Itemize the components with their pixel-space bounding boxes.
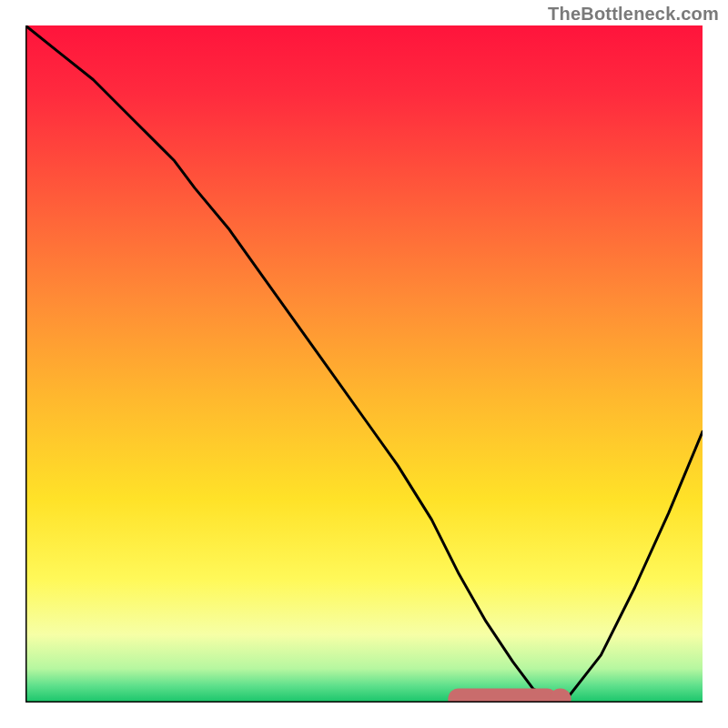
bottleneck-chart xyxy=(25,25,703,703)
watermark-text: TheBottleneck.com xyxy=(548,4,719,25)
chart-background xyxy=(25,25,703,703)
